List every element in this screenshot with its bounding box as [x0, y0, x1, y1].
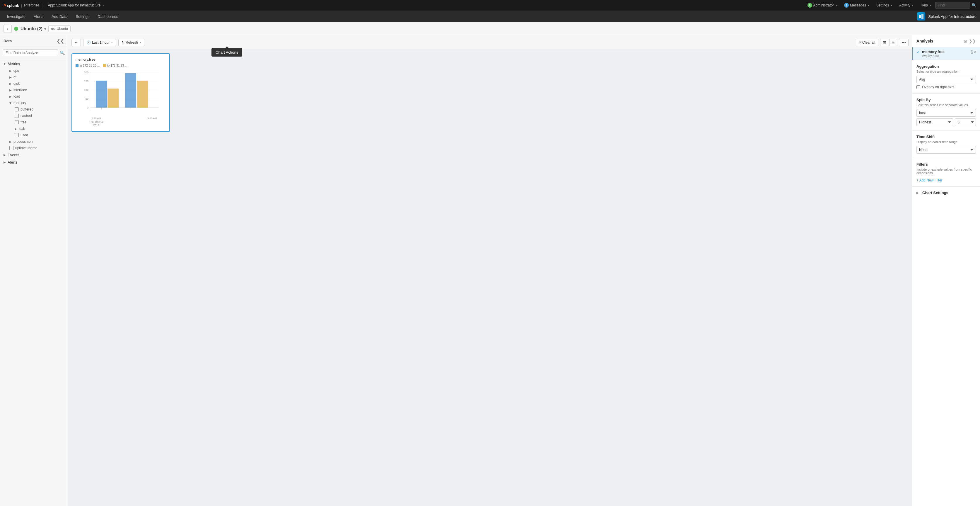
activity-menu[interactable]: Activity ▾ [896, 2, 916, 8]
settings-menu[interactable]: Settings ▾ [873, 2, 895, 8]
chart-settings-row[interactable]: ▶ Chart Settings [912, 187, 980, 198]
os-tag[interactable]: os: Ubuntu [48, 26, 71, 32]
metric-check-icon: ✓ [917, 49, 920, 54]
legend-item-blue: ip-172-31-20-... [76, 64, 100, 67]
admin-badge: A [808, 3, 812, 8]
tree-item-load[interactable]: ▶ load [6, 93, 68, 100]
disk-chevron: ▶ [10, 82, 12, 85]
back-button[interactable]: ‹ [3, 25, 12, 33]
nav-investigate[interactable]: Investigate [3, 12, 29, 21]
sidebar-search-box: 🔍 [0, 47, 68, 59]
svg-rect-1 [921, 14, 923, 19]
analysis-panel: Analysis ⊠ ❯❯ ✓ memory.free Avg by host … [912, 35, 980, 506]
split-by-section: Split By Split this series into separate… [912, 94, 980, 131]
tree-item-processmon[interactable]: ▶ processmon [6, 138, 68, 145]
split-by-title: Split By [916, 97, 976, 102]
grid-view-button[interactable]: ⊞ [880, 39, 889, 46]
tree-item-df[interactable]: ▶ df [6, 74, 68, 80]
svg-text:150: 150 [84, 80, 89, 83]
sidebar-collapse-button[interactable]: ❮❮ [57, 38, 64, 44]
find-input[interactable] [935, 2, 970, 8]
events-chevron: ▶ [3, 153, 6, 156]
legend-item-gold: ip-172-31-23-... [103, 64, 127, 67]
breadcrumb-bar: ‹ Ubuntu (2) ▾ os: Ubuntu [0, 22, 980, 35]
tree-item-buffered[interactable]: buffered [11, 106, 68, 113]
clear-all-button[interactable]: × Clear all [856, 39, 878, 46]
svg-rect-0 [919, 15, 921, 18]
overlay-checkbox[interactable] [916, 85, 920, 89]
tree-item-disk[interactable]: ▶ disk [6, 80, 68, 87]
filter-type-select[interactable]: Highest Lowest [916, 118, 953, 126]
legend-dot-gold [103, 64, 106, 67]
chart-area: 200 150 100 50 0 [76, 69, 166, 117]
legend-dot-blue [76, 64, 78, 67]
memory-group: ▶ memory buffered cached [6, 100, 68, 138]
toolbar: ↩ 🕐 Last 1 hour ▾ ↻ Refresh ▾ Chart Acti… [68, 35, 912, 50]
tree-item-slab[interactable]: ▶ slab [11, 126, 68, 132]
refresh-icon: ↻ [121, 40, 124, 45]
aggregation-desc: Select or type an aggregation. [916, 70, 976, 73]
time-range-chevron: ▾ [111, 41, 113, 44]
list-view-button[interactable]: ≡ [889, 39, 897, 46]
sidebar-search-icon[interactable]: 🔍 [60, 50, 65, 55]
app-icon [917, 12, 925, 21]
aggregation-select[interactable]: Avg Sum Min Max Count [916, 76, 976, 83]
undo-button[interactable]: ↩ [72, 39, 81, 46]
tree-item-cached[interactable]: cached [11, 113, 68, 119]
metric-item[interactable]: ✓ memory.free Avg by host ⎘ × [912, 47, 980, 60]
more-options-button[interactable]: ••• [899, 39, 908, 46]
memory-chevron: ▶ [9, 102, 12, 104]
chart-card-memory-free: memory.free ip-172-31-20-... ip-172-31-2… [72, 53, 170, 132]
metrics-header[interactable]: ▶ Metrics [0, 60, 68, 67]
panel-collapse-icon[interactable]: ❯❯ [969, 39, 976, 43]
help-menu[interactable]: Help ▾ [918, 2, 934, 8]
free-icon [14, 120, 19, 124]
chart-title: memory.free [76, 57, 166, 62]
panel-expand-icon[interactable]: ⊠ [964, 39, 967, 43]
time-shift-title: Time Shift [916, 134, 976, 139]
nav-dashboards[interactable]: Dashboards [94, 12, 121, 21]
metric-close-button[interactable]: × [974, 49, 977, 54]
tree-item-free[interactable]: free [11, 119, 68, 126]
tree-item-used[interactable]: used [11, 132, 68, 138]
nav-settings[interactable]: Settings [72, 12, 93, 21]
logo-gt: > [3, 3, 6, 8]
main-layout: Data ❮❮ 🔍 ▶ Metrics ▶ cpu ▶ [0, 35, 980, 506]
metric-sub: Avg by host [922, 54, 945, 57]
analysis-header: Analysis ⊠ ❯❯ [912, 35, 980, 47]
chart-x-labels: 2:30 AM Thu, Dec 12 2019 3:00 AM [76, 117, 166, 128]
add-filter-link[interactable]: + Add New Filter [916, 178, 942, 182]
tree-item-interface[interactable]: ▶ interface [6, 87, 68, 93]
load-chevron: ▶ [10, 95, 12, 98]
tree-item-uptime[interactable]: uptime.uptime [6, 145, 68, 151]
events-header[interactable]: ▶ Events [0, 151, 68, 159]
time-range-button[interactable]: 🕐 Last 1 hour ▾ [83, 39, 116, 46]
chart-settings-chevron: ▶ [916, 191, 919, 195]
metric-copy-button[interactable]: ⎘ [970, 49, 973, 54]
cpu-chevron: ▶ [10, 69, 12, 72]
brand-name: splunk [7, 3, 19, 8]
metric-name: memory.free [922, 49, 945, 54]
find-search-icon[interactable]: 🔍 [972, 3, 977, 8]
app-name[interactable]: App: Splunk App for Infrastructure ▾ [45, 2, 107, 8]
top-nav: > splunk | enterprise | App: Splunk App … [0, 0, 980, 11]
app-chevron: ▾ [102, 4, 104, 7]
view-toggle: ⊞ ≡ [880, 39, 897, 46]
admin-menu[interactable]: A Administrator ▾ [805, 2, 840, 9]
nav-alerts[interactable]: Alerts [30, 12, 47, 21]
time-shift-select[interactable]: None 1 hour 1 day 1 week [916, 146, 976, 153]
alerts-header[interactable]: ▶ Alerts [0, 159, 68, 166]
toolbar-right: × Clear all ⊞ ≡ ••• [856, 39, 908, 46]
messages-menu[interactable]: 1 Messages ▾ [841, 2, 872, 9]
split-by-select[interactable]: host ip source [916, 109, 976, 117]
page-title-chevron: ▾ [44, 27, 46, 31]
overlay-label: Overlay on right axis [922, 85, 954, 89]
nav-add-data[interactable]: Add Data [48, 12, 71, 21]
tree-item-memory[interactable]: ▶ memory [6, 100, 68, 106]
svg-rect-14 [96, 81, 107, 108]
tree-item-cpu[interactable]: ▶ cpu [6, 67, 68, 74]
filter-count-select[interactable]: 5 10 20 [955, 118, 976, 126]
sidebar-search-input[interactable] [3, 49, 58, 56]
clock-icon: 🕐 [86, 40, 91, 45]
refresh-button[interactable]: ↻ Refresh ▾ [118, 39, 145, 46]
